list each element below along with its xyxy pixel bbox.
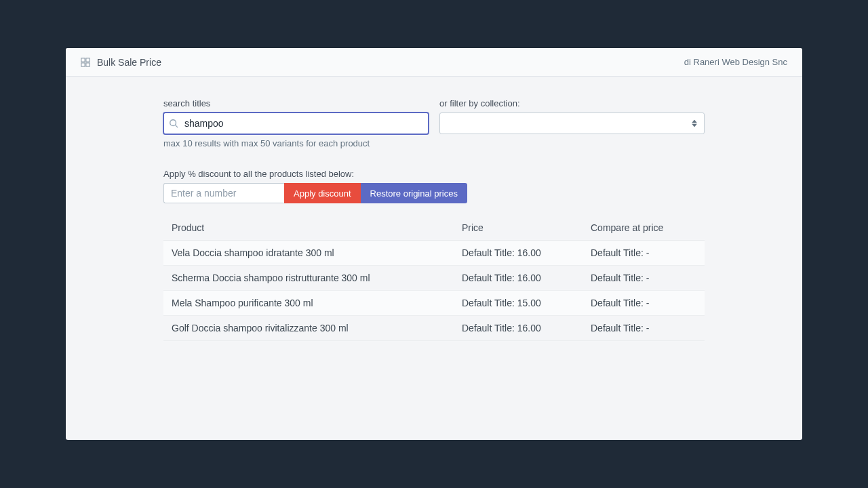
table-row: Scherma Doccia shampoo ristrutturante 30… [163,266,705,291]
products-table: Product Price Compare at price Vela Docc… [163,216,705,341]
table-row: Vela Doccia shampoo idratante 300 mlDefa… [163,241,705,266]
table-row: Mela Shampoo purificante 300 mlDefault T… [163,291,705,316]
collection-label: or filter by collection: [439,98,705,108]
discount-section: Apply % discount to all the products lis… [163,169,705,203]
cell-product: Scherma Doccia shampoo ristrutturante 30… [172,272,462,283]
cell-price: Default Title: 16.00 [462,272,591,283]
search-input[interactable] [163,113,429,134]
col-header-compare: Compare at price [591,222,696,233]
restore-prices-button[interactable]: Restore original prices [361,183,467,203]
search-label: search titles [163,98,429,108]
search-input-wrap [163,113,429,134]
search-icon [169,119,178,128]
svg-line-5 [176,125,178,128]
cell-compare: Default Title: - [591,247,696,258]
cell-compare: Default Title: - [591,323,696,333]
search-col: search titles max 10 results with max 50… [163,98,429,148]
vendor-label: di Raneri Web Design Snc [684,57,787,67]
svg-point-4 [170,120,176,126]
topbar: Bulk Sale Price di Raneri Web Design Snc [66,48,802,77]
filter-row: search titles max 10 results with max 50… [163,98,705,148]
cell-product: Mela Shampoo purificante 300 ml [172,298,462,308]
cell-price: Default Title: 16.00 [462,323,591,333]
table-header: Product Price Compare at price [163,216,705,241]
page-title: Bulk Sale Price [97,57,161,68]
content: search titles max 10 results with max 50… [66,77,802,341]
search-hint: max 10 results with max 50 variants for … [163,138,429,148]
cell-price: Default Title: 15.00 [462,298,591,308]
app-frame: Bulk Sale Price di Raneri Web Design Snc… [66,48,802,440]
collection-select[interactable] [439,113,705,134]
topbar-left: Bulk Sale Price [81,57,161,68]
svg-rect-0 [81,58,85,61]
svg-rect-2 [81,62,85,66]
table-body: Vela Doccia shampoo idratante 300 mlDefa… [163,241,705,341]
col-header-product: Product [172,222,462,233]
discount-label: Apply % discount to all the products lis… [163,169,705,179]
cell-product: Vela Doccia shampoo idratante 300 ml [172,247,462,258]
app-icon [81,58,90,67]
collection-col: or filter by collection: [439,98,705,134]
discount-input[interactable] [163,183,284,203]
apply-discount-button[interactable]: Apply discount [284,183,361,203]
cell-compare: Default Title: - [591,272,696,283]
col-header-price: Price [462,222,591,233]
cell-product: Golf Doccia shampoo rivitalizzante 300 m… [172,323,462,333]
svg-rect-1 [86,58,90,61]
chevron-up-down-icon [692,120,697,127]
svg-rect-3 [86,62,90,66]
cell-price: Default Title: 16.00 [462,247,591,258]
discount-row: Apply discount Restore original prices [163,183,705,203]
cell-compare: Default Title: - [591,298,696,308]
table-row: Golf Doccia shampoo rivitalizzante 300 m… [163,316,705,341]
